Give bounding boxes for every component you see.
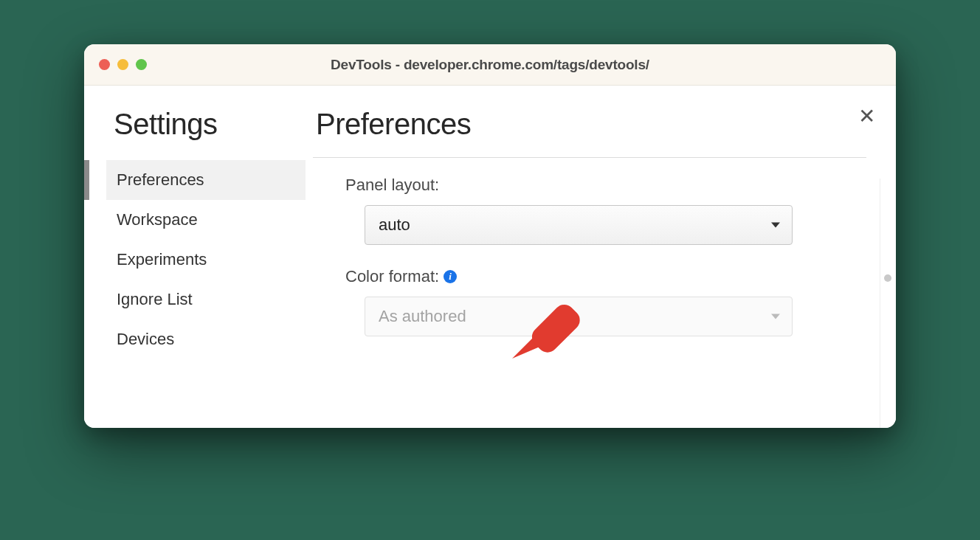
window-maximize-button[interactable] bbox=[136, 59, 147, 70]
color-format-select[interactable]: As authored bbox=[365, 297, 793, 336]
sidebar-item-ignore-list[interactable]: Ignore List bbox=[106, 280, 306, 319]
color-format-label: Color format: i bbox=[345, 267, 859, 286]
sidebar-item-label: Preferences bbox=[117, 170, 204, 189]
main-heading: Preferences bbox=[313, 108, 866, 141]
settings-sidebar: Settings Preferences Workspace Experimen… bbox=[84, 86, 306, 428]
sidebar-item-preferences[interactable]: Preferences bbox=[106, 160, 306, 200]
sidebar-item-workspace[interactable]: Workspace bbox=[106, 200, 306, 240]
sidebar-heading: Settings bbox=[106, 108, 306, 141]
panel-layout-label: Panel layout: bbox=[345, 176, 859, 195]
sidebar-item-label: Devices bbox=[117, 330, 174, 348]
window-controls bbox=[99, 59, 147, 70]
sidebar-item-devices[interactable]: Devices bbox=[106, 319, 306, 359]
info-icon[interactable]: i bbox=[444, 270, 457, 283]
panel-layout-select-value: auto bbox=[379, 215, 410, 235]
sidebar-list: Preferences Workspace Experiments Ignore… bbox=[106, 160, 306, 359]
chevron-down-icon bbox=[771, 314, 780, 319]
panel-layout-label-text: Panel layout: bbox=[345, 176, 439, 195]
panel-layout-select-wrap: auto bbox=[365, 205, 859, 245]
window-title: DevTools - developer.chrome.com/tags/dev… bbox=[99, 57, 881, 73]
sidebar-item-label: Workspace bbox=[117, 210, 198, 229]
devtools-settings-window: DevTools - developer.chrome.com/tags/dev… bbox=[84, 44, 896, 428]
sidebar-item-experiments[interactable]: Experiments bbox=[106, 240, 306, 280]
divider bbox=[313, 157, 866, 158]
window-close-button[interactable] bbox=[99, 59, 110, 70]
sidebar-item-label: Ignore List bbox=[117, 290, 193, 308]
chevron-down-icon bbox=[771, 223, 780, 228]
window-minimize-button[interactable] bbox=[117, 59, 128, 70]
settings-content: ✕ Settings Preferences Workspace Experim… bbox=[84, 86, 896, 428]
color-format-select-value: As authored bbox=[379, 307, 466, 326]
preferences-body: Panel layout: auto Color format: i As au… bbox=[313, 176, 866, 336]
panel-layout-select[interactable]: auto bbox=[365, 205, 793, 245]
color-format-label-text: Color format: bbox=[345, 267, 439, 286]
titlebar: DevTools - developer.chrome.com/tags/dev… bbox=[84, 44, 896, 86]
sidebar-item-label: Experiments bbox=[117, 250, 207, 269]
settings-main-panel: Preferences Panel layout: auto Color for… bbox=[306, 86, 896, 428]
color-format-select-wrap: As authored bbox=[365, 297, 859, 336]
